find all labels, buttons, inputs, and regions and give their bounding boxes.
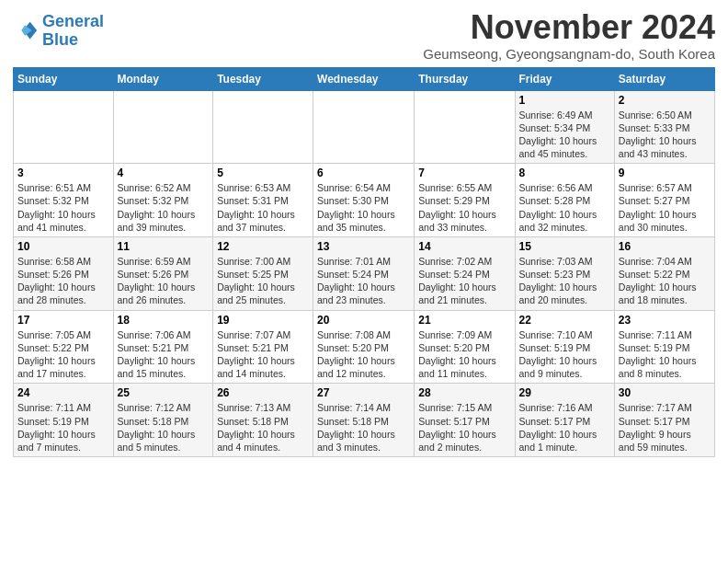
calendar-row-2: 10Sunrise: 6:58 AM Sunset: 5:26 PM Dayli… [14, 236, 715, 310]
day-info: Sunrise: 6:51 AM Sunset: 5:32 PM Dayligh… [17, 181, 109, 234]
day-number: 15 [519, 240, 610, 253]
day-info: Sunrise: 7:13 AM Sunset: 5:18 PM Dayligh… [217, 401, 309, 454]
day-number: 11 [118, 240, 210, 253]
day-number: 2 [619, 94, 711, 107]
day-number: 24 [17, 386, 109, 399]
calendar-cell: 7Sunrise: 6:55 AM Sunset: 5:29 PM Daylig… [415, 164, 515, 237]
logo-line2: Blue [42, 31, 104, 50]
calendar-cell: 18Sunrise: 7:06 AM Sunset: 5:21 PM Dayli… [113, 310, 213, 384]
weekday-sunday: Sunday [14, 67, 114, 90]
day-number: 5 [217, 167, 309, 179]
day-number: 16 [619, 240, 711, 253]
weekday-header: SundayMondayTuesdayWednesdayThursdayFrid… [14, 67, 715, 90]
calendar-cell: 2Sunrise: 6:50 AM Sunset: 5:33 PM Daylig… [614, 90, 714, 164]
logo-line1: General [42, 12, 104, 30]
calendar-row-1: 3Sunrise: 6:51 AM Sunset: 5:32 PM Daylig… [14, 164, 715, 237]
calendar-body: 1Sunrise: 6:49 AM Sunset: 5:34 PM Daylig… [14, 90, 715, 456]
day-number: 1 [519, 94, 610, 107]
weekday-tuesday: Tuesday [213, 67, 313, 90]
calendar-cell: 20Sunrise: 7:08 AM Sunset: 5:20 PM Dayli… [313, 310, 415, 384]
day-info: Sunrise: 6:55 AM Sunset: 5:29 PM Dayligh… [418, 181, 510, 234]
day-info: Sunrise: 6:59 AM Sunset: 5:26 PM Dayligh… [118, 255, 210, 307]
weekday-monday: Monday [113, 67, 213, 90]
day-number: 13 [317, 240, 410, 253]
weekday-friday: Friday [515, 67, 614, 90]
day-info: Sunrise: 7:11 AM Sunset: 5:19 PM Dayligh… [619, 328, 711, 381]
logo-icon [13, 18, 39, 44]
calendar-cell: 9Sunrise: 6:57 AM Sunset: 5:27 PM Daylig… [614, 164, 714, 237]
calendar-row-0: 1Sunrise: 6:49 AM Sunset: 5:34 PM Daylig… [14, 90, 715, 164]
day-number: 23 [619, 314, 711, 327]
day-info: Sunrise: 7:10 AM Sunset: 5:19 PM Dayligh… [519, 328, 610, 381]
day-info: Sunrise: 7:06 AM Sunset: 5:21 PM Dayligh… [118, 328, 210, 381]
page: General Blue November 2024 Geumseong, Gy… [0, 0, 728, 463]
calendar-cell: 15Sunrise: 7:03 AM Sunset: 5:23 PM Dayli… [515, 236, 614, 310]
day-number: 17 [17, 314, 109, 327]
calendar-cell: 12Sunrise: 7:00 AM Sunset: 5:25 PM Dayli… [213, 236, 313, 310]
calendar-cell: 14Sunrise: 7:02 AM Sunset: 5:24 PM Dayli… [415, 236, 515, 310]
weekday-thursday: Thursday [415, 67, 515, 90]
weekday-wednesday: Wednesday [313, 67, 415, 90]
calendar-cell: 5Sunrise: 6:53 AM Sunset: 5:31 PM Daylig… [213, 164, 313, 237]
day-number: 19 [217, 314, 309, 327]
day-number: 12 [217, 240, 309, 253]
calendar-cell [14, 90, 114, 164]
day-info: Sunrise: 6:56 AM Sunset: 5:28 PM Dayligh… [519, 181, 610, 234]
day-number: 30 [619, 386, 711, 399]
day-number: 25 [118, 386, 210, 399]
calendar-cell: 11Sunrise: 6:59 AM Sunset: 5:26 PM Dayli… [113, 236, 213, 310]
calendar-cell [113, 90, 213, 164]
calendar-row-3: 17Sunrise: 7:05 AM Sunset: 5:22 PM Dayli… [14, 310, 715, 384]
day-number: 7 [418, 167, 510, 179]
weekday-saturday: Saturday [614, 67, 714, 90]
day-number: 8 [519, 167, 610, 179]
calendar-cell: 17Sunrise: 7:05 AM Sunset: 5:22 PM Dayli… [14, 310, 114, 384]
day-number: 10 [17, 240, 109, 253]
day-info: Sunrise: 6:50 AM Sunset: 5:33 PM Dayligh… [619, 109, 711, 161]
day-info: Sunrise: 6:52 AM Sunset: 5:32 PM Dayligh… [118, 181, 210, 234]
calendar-cell: 24Sunrise: 7:11 AM Sunset: 5:19 PM Dayli… [14, 384, 114, 457]
calendar-cell: 21Sunrise: 7:09 AM Sunset: 5:20 PM Dayli… [415, 310, 515, 384]
day-number: 21 [418, 314, 510, 327]
calendar-cell: 25Sunrise: 7:12 AM Sunset: 5:18 PM Dayli… [113, 384, 213, 457]
day-info: Sunrise: 7:09 AM Sunset: 5:20 PM Dayligh… [418, 328, 510, 381]
title-block: November 2024 Geumseong, Gyeongsangnam-d… [423, 9, 715, 62]
day-number: 22 [519, 314, 610, 327]
day-info: Sunrise: 7:11 AM Sunset: 5:19 PM Dayligh… [17, 401, 109, 454]
header: General Blue November 2024 Geumseong, Gy… [13, 9, 715, 62]
day-number: 6 [317, 167, 410, 179]
calendar-row-4: 24Sunrise: 7:11 AM Sunset: 5:19 PM Dayli… [14, 384, 715, 457]
calendar-cell: 10Sunrise: 6:58 AM Sunset: 5:26 PM Dayli… [14, 236, 114, 310]
day-info: Sunrise: 6:57 AM Sunset: 5:27 PM Dayligh… [619, 181, 711, 234]
day-number: 3 [17, 167, 109, 179]
day-info: Sunrise: 6:49 AM Sunset: 5:34 PM Dayligh… [519, 109, 610, 161]
day-info: Sunrise: 6:54 AM Sunset: 5:30 PM Dayligh… [317, 181, 410, 234]
day-info: Sunrise: 6:53 AM Sunset: 5:31 PM Dayligh… [217, 181, 309, 234]
day-info: Sunrise: 7:15 AM Sunset: 5:17 PM Dayligh… [418, 401, 510, 454]
day-number: 18 [118, 314, 210, 327]
calendar-cell: 16Sunrise: 7:04 AM Sunset: 5:22 PM Dayli… [614, 236, 714, 310]
day-number: 26 [217, 386, 309, 399]
calendar-cell: 8Sunrise: 6:56 AM Sunset: 5:28 PM Daylig… [515, 164, 614, 237]
subtitle: Geumseong, Gyeongsangnam-do, South Korea [423, 46, 715, 62]
day-number: 29 [519, 386, 610, 399]
day-number: 9 [619, 167, 711, 179]
day-number: 27 [317, 386, 410, 399]
day-number: 14 [418, 240, 510, 253]
calendar-cell: 28Sunrise: 7:15 AM Sunset: 5:17 PM Dayli… [415, 384, 515, 457]
logo-text: General Blue [42, 13, 104, 50]
day-info: Sunrise: 7:14 AM Sunset: 5:18 PM Dayligh… [317, 401, 410, 454]
day-info: Sunrise: 7:12 AM Sunset: 5:18 PM Dayligh… [118, 401, 210, 454]
day-info: Sunrise: 7:01 AM Sunset: 5:24 PM Dayligh… [317, 255, 410, 307]
day-info: Sunrise: 7:02 AM Sunset: 5:24 PM Dayligh… [418, 255, 510, 307]
day-info: Sunrise: 7:07 AM Sunset: 5:21 PM Dayligh… [217, 328, 309, 381]
day-info: Sunrise: 7:05 AM Sunset: 5:22 PM Dayligh… [17, 328, 109, 381]
calendar-cell: 22Sunrise: 7:10 AM Sunset: 5:19 PM Dayli… [515, 310, 614, 384]
calendar-cell [313, 90, 415, 164]
main-title: November 2024 [423, 9, 715, 46]
day-info: Sunrise: 7:04 AM Sunset: 5:22 PM Dayligh… [619, 255, 711, 307]
day-number: 28 [418, 386, 510, 399]
calendar-cell [213, 90, 313, 164]
day-number: 4 [118, 167, 210, 179]
calendar-cell: 23Sunrise: 7:11 AM Sunset: 5:19 PM Dayli… [614, 310, 714, 384]
